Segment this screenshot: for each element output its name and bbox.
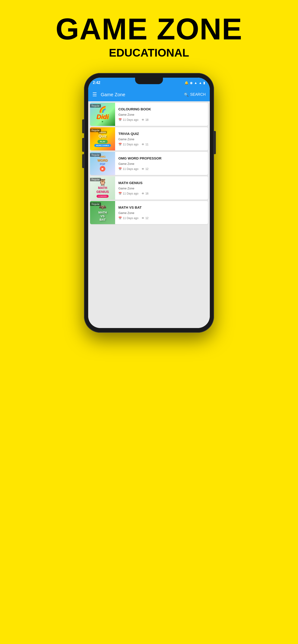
game-thumbnail-word: Regular OMG WORD POP ▶	[90, 152, 115, 175]
status-icons: 🔔 ◉ ▲ ▲ ▮	[184, 81, 205, 84]
list-item[interactable]: Regular OMG WORD POP ▶ OMG WORD PROFESSO…	[90, 152, 208, 175]
notch	[135, 78, 163, 84]
game-badge: Regular	[90, 178, 101, 181]
game-date: 📅 11 Days ago	[118, 192, 138, 195]
game-channel: Game Zone	[118, 113, 205, 116]
app-bar-title: Game Zone	[101, 92, 125, 97]
game-title: TRIVIA QUIZ	[118, 132, 205, 136]
view-count: 12	[145, 168, 148, 170]
eye-icon: 👁	[142, 216, 144, 220]
game-channel: Game Zone	[118, 162, 205, 166]
game-meta: 📅 11 Days ago 👁 11	[118, 143, 205, 146]
page-subtitle: EDUCATIONAL	[109, 46, 189, 59]
game-channel: Game Zone	[118, 186, 205, 190]
calendar-icon: 📅	[118, 143, 122, 146]
game-views: 👁 12	[142, 216, 148, 220]
calendar-icon: 📅	[118, 192, 122, 195]
game-views: 👁 11	[142, 143, 148, 146]
game-meta: 📅 11 Days ago 👁 12	[118, 216, 205, 220]
calendar-icon: 📅	[118, 168, 122, 170]
game-info: COLOURING BOOK Game Zone 📅 11 Days ago 👁…	[115, 103, 208, 126]
game-thumbnail-colouring: Regular 🌈 Didi ▶	[90, 103, 115, 126]
view-count: 12	[145, 216, 148, 220]
search-label: SEARCH	[190, 92, 206, 97]
eye-icon: 👁	[142, 143, 144, 146]
game-badge: Regular	[90, 104, 101, 108]
wifi-icon: ▲	[194, 81, 197, 84]
status-time: 2:42	[93, 81, 100, 85]
game-thumbnail-mathbat: Regular 🦇 MATHVSBAT	[90, 201, 115, 224]
game-date: 📅 11 Days ago	[118, 118, 138, 122]
game-badge: Regular	[90, 202, 101, 206]
days-ago: 11 Days ago	[123, 192, 138, 195]
game-meta: 📅 11 Days ago 👁 12	[118, 168, 205, 170]
phone-screen: 2:42 🔔 ◉ ▲ ▲ ▮ ☰ Game Zone	[88, 78, 210, 328]
game-thumbnail-math: Regular 🦉 MATHGENIUS LOADING	[90, 176, 115, 200]
phone-frame: 2:42 🔔 ◉ ▲ ▲ ▮ ☰ Game Zone	[84, 73, 214, 333]
game-info: TRIVIA QUIZ Game Zone 📅 11 Days ago 👁 11	[115, 127, 208, 150]
page-title: GAME ZONE	[56, 14, 242, 44]
days-ago: 11 Days ago	[123, 168, 138, 170]
game-date: 📅 11 Days ago	[118, 168, 138, 170]
calendar-icon: 📅	[118, 118, 122, 122]
notification-icon: 🔔	[184, 81, 188, 84]
game-info: MATH VS BAT Game Zone 📅 11 Days ago 👁 12	[115, 201, 208, 224]
game-views: 👁 12	[142, 168, 148, 170]
location-icon: ◉	[190, 81, 193, 84]
eye-icon: 👁	[142, 118, 144, 122]
list-item[interactable]: Regular 🦉 MATHGENIUS LOADING MATH GENIUS…	[90, 176, 208, 200]
list-item[interactable]: Regular 🦇 MATHVSBAT MATH VS BAT Game Zon…	[90, 201, 208, 224]
game-views: 👁 16	[142, 192, 148, 195]
calendar-icon: 📅	[118, 216, 122, 220]
battery-icon: ▮	[203, 81, 205, 84]
eye-icon: 👁	[142, 192, 144, 195]
search-button[interactable]: 🔍 SEARCH	[184, 92, 206, 97]
search-icon: 🔍	[184, 92, 189, 97]
game-title: MATH VS BAT	[118, 206, 205, 209]
days-ago: 11 Days ago	[123, 143, 138, 146]
view-count: 18	[145, 118, 148, 122]
game-views: 👁 18	[142, 118, 148, 122]
view-count: 11	[145, 143, 148, 146]
game-badge: Regular	[90, 129, 101, 132]
game-info: OMG WORD PROFESSOR Game Zone 📅 11 Days a…	[115, 152, 208, 175]
list-item[interactable]: Regular TRIVIA Quiz PLAY MORE GAMES TRIV…	[90, 127, 208, 150]
game-channel: Game Zone	[118, 211, 205, 215]
game-meta: 📅 11 Days ago 👁 18	[118, 118, 205, 122]
list-item[interactable]: Regular 🌈 Didi ▶ COLOURING BOOK	[90, 103, 208, 126]
app-bar: ☰ Game Zone 🔍 SEARCH	[88, 88, 210, 101]
game-date: 📅 11 Days ago	[118, 216, 138, 220]
phone-mockup: 2:42 🔔 ◉ ▲ ▲ ▮ ☰ Game Zone	[84, 73, 214, 333]
game-date: 📅 11 Days ago	[118, 143, 138, 146]
game-badge: Regular	[90, 153, 101, 157]
view-count: 16	[145, 192, 148, 195]
game-title: COLOURING BOOK	[118, 107, 205, 111]
game-title: OMG WORD PROFESSOR	[118, 156, 205, 160]
app-bar-left: ☰ Game Zone	[92, 92, 125, 98]
game-title: MATH GENIUS	[118, 181, 205, 185]
signal-icon: ▲	[199, 81, 202, 84]
days-ago: 11 Days ago	[123, 216, 138, 220]
game-meta: 📅 11 Days ago 👁 16	[118, 192, 205, 195]
game-channel: Game Zone	[118, 138, 205, 141]
game-info: MATH GENIUS Game Zone 📅 11 Days ago 👁 16	[115, 176, 208, 200]
game-list: Regular 🌈 Didi ▶ COLOURING BOOK	[88, 101, 210, 328]
days-ago: 11 Days ago	[123, 118, 138, 122]
game-thumbnail-trivia: Regular TRIVIA Quiz PLAY MORE GAMES	[90, 127, 115, 150]
eye-icon: 👁	[142, 168, 144, 170]
hamburger-icon[interactable]: ☰	[92, 92, 97, 98]
